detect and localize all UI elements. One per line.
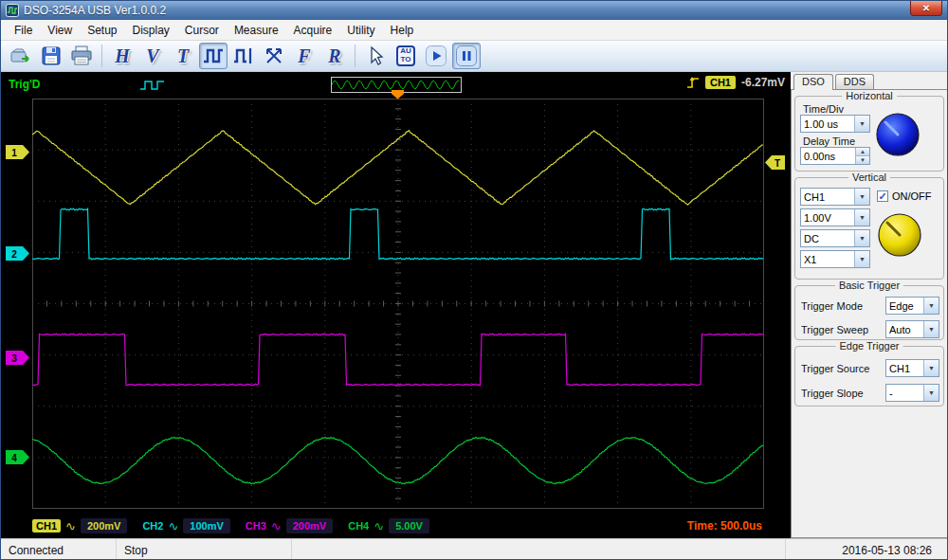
- channel-activity-icon: [139, 80, 166, 91]
- menu-item-acquire[interactable]: Acquire: [286, 22, 340, 39]
- vertical-group-title: Vertical: [848, 172, 890, 183]
- trigger-sweep-label: Trigger Sweep: [801, 324, 868, 335]
- toolbar-separator: [355, 45, 356, 67]
- trigger-position-marker[interactable]: [392, 90, 405, 99]
- f-letter: F: [298, 46, 310, 65]
- ch3-position-marker[interactable]: 3: [6, 351, 30, 365]
- time-div-label: Time/Div: [803, 103, 844, 115]
- connection-status: Connected: [1, 539, 117, 560]
- trigger-mode-select[interactable]: Edge ▼: [885, 297, 939, 315]
- h-letter: H: [115, 46, 130, 65]
- statusbar: Connected Stop 2016-05-13 08:26: [1, 538, 947, 560]
- spinner-up-icon[interactable]: ▲: [856, 148, 869, 155]
- close-button[interactable]: ✕: [910, 1, 942, 16]
- vertical-panel-button[interactable]: V: [138, 43, 167, 69]
- toolbar-separator: [101, 45, 102, 67]
- scope-region: Trig'D CH1 -6.27mV 1 2: [1, 72, 791, 538]
- ch3-measurement[interactable]: CH3 ∿ 200mV: [246, 518, 333, 533]
- coupling-select[interactable]: DC ▼: [800, 229, 870, 247]
- scope-display[interactable]: [32, 99, 764, 509]
- ch1-coupling-icon: ∿: [65, 520, 76, 533]
- xy-mode-button[interactable]: [260, 43, 288, 69]
- ch3-badge: CH3: [246, 520, 266, 532]
- cursor-tool-button[interactable]: [361, 43, 390, 69]
- ch3-coupling-icon: ∿: [271, 520, 282, 533]
- trigger-slope-select[interactable]: - ▼: [885, 384, 939, 402]
- ch2-scale-value: 100mV: [183, 518, 229, 533]
- ch1-badge: CH1: [32, 519, 61, 533]
- menu-item-display[interactable]: Display: [125, 22, 177, 39]
- ch1-measurement[interactable]: CH1 ∿ 200mV: [32, 518, 127, 533]
- open-button[interactable]: [7, 43, 35, 69]
- ch1-position-marker[interactable]: 1: [6, 145, 30, 159]
- svg-text:1: 1: [11, 148, 17, 158]
- trigger-level-value: -6.27mV: [741, 76, 785, 89]
- statusbar-spacer: [292, 539, 786, 560]
- autoset-button[interactable]: AU TO: [392, 43, 420, 69]
- menu-item-measure[interactable]: Measure: [227, 22, 286, 39]
- app-icon: [6, 4, 19, 17]
- waveform-mode-button[interactable]: [199, 43, 228, 69]
- trigger-panel-button[interactable]: T: [169, 43, 197, 69]
- tab-dds[interactable]: DDS: [835, 74, 874, 89]
- chevron-down-icon: ▼: [854, 209, 869, 226]
- time-div-select[interactable]: 1.00 us ▼: [800, 115, 870, 133]
- trigger-info: CH1 -6.27mV: [686, 76, 785, 89]
- trigger-slope-label: Trigger Slope: [801, 388, 864, 399]
- horizontal-panel-button[interactable]: H: [108, 43, 137, 69]
- app-window: DSO-3254A USB Ver1.0.0.2 ✕ File View Set…: [0, 0, 948, 560]
- ch4-position-marker[interactable]: 4: [6, 450, 30, 464]
- volt-div-select[interactable]: 1.00V ▼: [800, 208, 870, 226]
- menu-item-file[interactable]: File: [7, 22, 40, 39]
- trigger-sweep-select[interactable]: Auto ▼: [885, 320, 939, 338]
- menu-item-view[interactable]: View: [40, 22, 80, 39]
- menu-item-utility[interactable]: Utility: [339, 22, 382, 39]
- svg-text:2: 2: [11, 249, 17, 260]
- ch2-position-marker[interactable]: 2: [6, 246, 30, 261]
- run-button[interactable]: [422, 43, 450, 69]
- pause-button[interactable]: [452, 43, 481, 69]
- onoff-label: ON/OFF: [892, 190, 932, 202]
- ch2-measurement[interactable]: CH2 ∿ 100mV: [142, 518, 229, 533]
- print-button[interactable]: [67, 43, 96, 69]
- trigger-channel-badge: CH1: [705, 76, 736, 89]
- channel-select[interactable]: CH1 ▼: [800, 188, 870, 206]
- ch4-badge: CH4: [348, 520, 369, 532]
- vertical-knob[interactable]: [877, 212, 922, 258]
- svg-text:T: T: [775, 158, 780, 169]
- edge-trigger-group: Edge Trigger Trigger Source CH1 ▼ Trigge…: [794, 346, 944, 406]
- ch4-measurement[interactable]: CH4 ∿ 5.00V: [348, 518, 429, 533]
- auto-icon: AU TO: [396, 45, 415, 66]
- menu-item-help[interactable]: Help: [383, 22, 422, 39]
- refresh-button[interactable]: R: [320, 43, 349, 69]
- tab-dso[interactable]: DSO: [793, 74, 833, 90]
- chevron-down-icon: ▼: [923, 298, 939, 314]
- channel-onoff-checkbox[interactable]: ✓ ON/OFF: [877, 190, 932, 202]
- svg-text:4: 4: [11, 453, 17, 463]
- datetime-display: 2016-05-13 08:26: [786, 539, 947, 560]
- chevron-down-icon: ▼: [923, 385, 939, 401]
- titlebar: DSO-3254A USB Ver1.0.0.2 ✕: [1, 1, 947, 20]
- fft-button[interactable]: F: [290, 43, 319, 69]
- toolbar: H V T F R: [1, 41, 947, 72]
- v-letter: V: [146, 46, 158, 65]
- cursor-icon: [364, 45, 387, 67]
- basic-trigger-group: Basic Trigger Trigger Mode Edge ▼ Trigge…: [794, 285, 944, 340]
- menu-item-cursor[interactable]: Cursor: [177, 22, 227, 39]
- print-icon: [70, 45, 93, 67]
- trigger-source-select[interactable]: CH1 ▼: [885, 359, 939, 377]
- save-button[interactable]: [37, 43, 65, 69]
- save-icon: [40, 45, 63, 67]
- trigger-level-marker[interactable]: T: [765, 155, 786, 170]
- horizontal-group: Horizontal Time/Div 1.00 us ▼ Delay Time…: [794, 96, 944, 172]
- menu-item-setup[interactable]: Setup: [80, 22, 124, 39]
- horizontal-knob[interactable]: [875, 112, 921, 157]
- delay-time-spinner[interactable]: 0.00ns ▲ ▼: [800, 147, 870, 165]
- t-letter: T: [177, 46, 189, 65]
- chevron-down-icon: ▼: [923, 360, 939, 376]
- single-waveform-button[interactable]: [229, 43, 258, 69]
- probe-select[interactable]: X1 ▼: [800, 250, 870, 268]
- square-wave-icon: [202, 45, 225, 67]
- spinner-down-icon[interactable]: ▼: [856, 155, 869, 164]
- xy-arrows-icon: [263, 45, 285, 67]
